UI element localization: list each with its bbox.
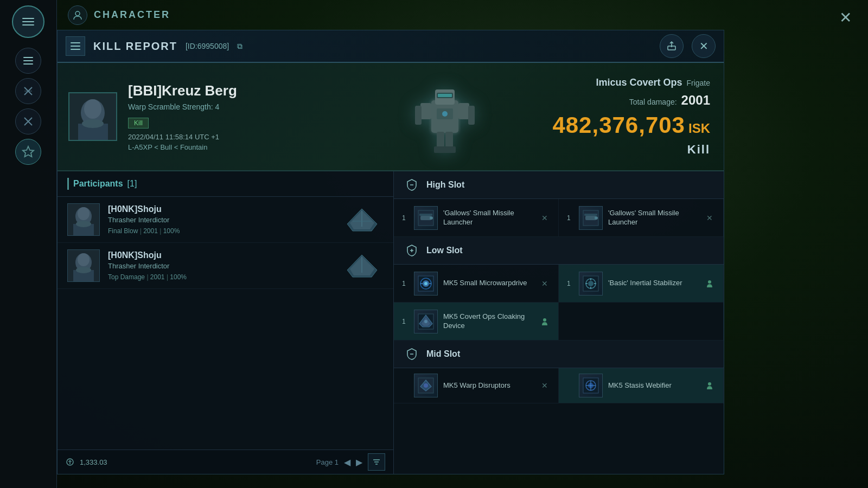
high-slot-modules: 1 'Gallows' Small Missile Launcher ✕ — [394, 199, 724, 237]
svg-point-13 — [82, 119, 104, 128]
window-title: KILL REPORT — [93, 40, 177, 53]
module-item-mwd[interactable]: 1 MK5 Small Microwarpdrive ✕ — [394, 265, 559, 303]
svg-point-65 — [424, 282, 427, 285]
svg-rect-20 — [415, 106, 422, 125]
close-window-icon: ✕ — [699, 40, 709, 53]
module-name-launcher2: 'Gallows' Small Missile Launcher — [608, 209, 699, 227]
svg-point-55 — [430, 216, 433, 220]
module-status-mwd: ✕ — [539, 278, 550, 289]
ship-visual-area — [340, 63, 550, 170]
ship-class-row: Imicus Covert Ops Frigate — [596, 77, 710, 88]
svg-point-59 — [595, 216, 598, 220]
module-name-stasis: MK5 Stasis Webifier — [608, 381, 699, 390]
mid-slot-header: Mid Slot — [394, 341, 724, 368]
svg-point-30 — [78, 207, 90, 220]
svg-marker-6 — [23, 146, 34, 157]
cloak-icon — [416, 312, 436, 331]
module-item-inertial[interactable]: 1 'Basic' Inertial Stabilizer — [559, 265, 724, 303]
character-bar: CHARACTER — [57, 0, 170, 30]
next-page-button[interactable]: ▶ — [356, 457, 362, 467]
modules-panel: High Slot 1 'Gallows' Small Missile Lau — [394, 171, 724, 474]
module-qty-2: 1 — [567, 214, 573, 222]
sidebar-menu-button[interactable] — [12, 5, 44, 38]
bottom-isk-value: 1,333.03 — [80, 458, 107, 466]
shield-mid-icon — [405, 348, 418, 361]
damage-row: Total damage: 2001 — [629, 93, 710, 108]
svg-rect-23 — [445, 132, 453, 148]
module-name-inertial: 'Basic' Inertial Stabilizer — [608, 279, 699, 288]
participant-avatar-2 — [67, 249, 100, 282]
isk-icon — [66, 458, 74, 466]
participant-list: [H0NK]Shoju Thrasher Interdictor Final B… — [58, 197, 393, 450]
window-menu-button[interactable] — [66, 36, 85, 56]
mid-slot-icon — [404, 346, 420, 362]
module-name-mwd: MK5 Small Microwarpdrive — [443, 279, 534, 288]
participant-name-1: [H0NK]Shoju — [108, 204, 332, 214]
char-icon — [68, 5, 87, 25]
kill-location: L-A5XP < Bull < Fountain — [128, 143, 329, 151]
participant-info-2: [H0NK]Shoju Thrasher Interdictor Top Dam… — [108, 251, 332, 281]
damage-value: 2001 — [681, 93, 710, 108]
module-name-launcher1: 'Gallows' Small Missile Launcher — [443, 209, 534, 227]
pilot-avatar — [68, 92, 117, 141]
low-slot-icon — [404, 242, 420, 259]
header-panel: [BBI]Kreuz Berg Warp Scramble Strength: … — [58, 63, 724, 171]
filter-button[interactable] — [368, 453, 385, 471]
intact-icon — [705, 279, 714, 288]
close-window-button[interactable]: ✕ — [692, 34, 716, 58]
kill-badge: Kill — [128, 118, 149, 129]
window-hamburger-icon — [71, 42, 80, 50]
mid-slot-modules: MK5 Warp Disruptors ✕ — [394, 368, 724, 403]
isk-row: 482,376,703 ISK — [552, 112, 710, 138]
mid-slot-title: Mid Slot — [426, 349, 460, 359]
svg-rect-17 — [438, 94, 452, 97]
module-item-2[interactable]: 1 'Gallows' Small Missile Launcher ✕ — [559, 199, 724, 237]
participant-ship-visual-1 — [340, 206, 384, 233]
export-button[interactable] — [660, 34, 684, 58]
sidebar — [0, 0, 57, 488]
sidebar-close-icon[interactable] — [15, 78, 41, 104]
module-name-warp-dis: MK5 Warp Disruptors — [443, 381, 534, 390]
module-qty-inertial: 1 — [567, 280, 573, 287]
module-item-stasis[interactable]: MK5 Stasis Webifier — [559, 368, 724, 403]
participant-ship-1: Thrasher Interdictor — [108, 216, 332, 224]
launcher2-icon — [581, 208, 601, 228]
ship-silhouette-1 — [342, 208, 382, 232]
module-item-warp-dis[interactable]: MK5 Warp Disruptors ✕ — [394, 368, 559, 403]
export-icon — [666, 41, 677, 52]
module-item[interactable]: 1 'Gallows' Small Missile Launcher ✕ — [394, 199, 559, 237]
svg-point-0 — [75, 11, 80, 16]
high-slot-header: High Slot — [394, 171, 724, 199]
svg-point-39 — [78, 253, 90, 266]
sidebar-nav-icon[interactable] — [15, 48, 41, 74]
module-qty-cloak: 1 — [402, 318, 409, 325]
module-icon-warp-dis — [414, 374, 438, 397]
prev-page-button[interactable]: ◀ — [344, 457, 350, 467]
shield-low-icon — [405, 244, 418, 257]
shield-icon — [405, 178, 418, 191]
warp-dis-icon — [416, 376, 436, 395]
pilot-warp-strength: Warp Scramble Strength: 4 — [128, 102, 329, 111]
avatar-image — [70, 94, 116, 140]
stasis-icon — [581, 376, 601, 395]
svg-rect-58 — [584, 214, 597, 216]
participant-ship-visual-2 — [340, 252, 384, 279]
nav-lines-icon — [23, 57, 33, 65]
participant-avatar-1 — [67, 203, 100, 236]
isk-label: ISK — [688, 121, 710, 136]
participant-item[interactable]: [H0NK]Shoju Thrasher Interdictor Final B… — [58, 197, 393, 243]
sidebar-favorites-icon[interactable] — [15, 139, 41, 165]
module-status-launcher2: ✕ — [704, 213, 715, 223]
high-slot-icon — [404, 177, 420, 193]
module-item-cloak[interactable]: 1 MK5 Covert Ops Cloaking Device — [394, 303, 559, 341]
screen-close-button[interactable]: ✕ — [833, 5, 857, 29]
participant-item-2[interactable]: [H0NK]Shoju Thrasher Interdictor Top Dam… — [58, 243, 393, 289]
copy-id-button[interactable]: ⧉ — [237, 42, 242, 51]
module-icon-launcher1 — [414, 206, 438, 230]
x2-icon — [22, 115, 34, 127]
star-icon — [22, 145, 35, 158]
kill-time: 2022/04/11 11:58:14 UTC +1 — [128, 133, 329, 141]
filter-icon — [372, 458, 381, 466]
module-icon-inertial — [579, 272, 603, 296]
sidebar-close2-icon[interactable] — [15, 108, 41, 134]
